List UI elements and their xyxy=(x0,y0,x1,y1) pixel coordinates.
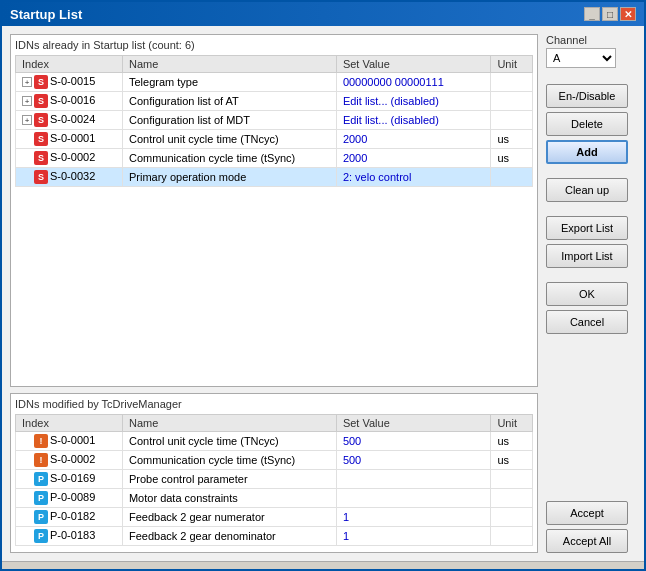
name-cell: Feedback 2 gear numerator xyxy=(122,508,336,527)
window-title: Startup List xyxy=(10,7,82,22)
lower-col-name: Name xyxy=(122,415,336,432)
lower-table: Index Name Set Value Unit !S-0-0001Contr… xyxy=(15,414,533,546)
import-list-button[interactable]: Import List xyxy=(546,244,628,268)
unit-cell xyxy=(491,73,533,92)
lower-col-unit: Unit xyxy=(491,415,533,432)
name-cell: Configuration list of MDT xyxy=(122,111,336,130)
idn-icon: P xyxy=(34,510,48,524)
unit-cell: us xyxy=(491,149,533,168)
index-cell: SS-0-0002 xyxy=(16,149,123,168)
export-list-button[interactable]: Export List xyxy=(546,216,628,240)
table-row[interactable]: PP-0-0182Feedback 2 gear numerator1 xyxy=(16,508,533,527)
main-area: IDNs already in Startup list (count: 6) … xyxy=(10,34,538,553)
upper-col-index: Index xyxy=(16,56,123,73)
index-cell: +SS-0-0015 xyxy=(16,73,123,92)
lower-section-label: IDNs modified by TcDriveManager xyxy=(15,398,533,410)
set-value-cell: 2000 xyxy=(336,149,491,168)
main-content: IDNs already in Startup list (count: 6) … xyxy=(2,26,644,561)
s-icon: S xyxy=(34,75,48,89)
name-cell: Probe control parameter xyxy=(122,470,336,489)
upper-table: Index Name Set Value Unit +SS-0-0015Tele… xyxy=(15,55,533,187)
unit-cell xyxy=(491,168,533,187)
minimize-button[interactable]: _ xyxy=(584,7,600,21)
index-cell: SS-0-0032 xyxy=(16,168,123,187)
unit-cell: us xyxy=(491,451,533,470)
table-row[interactable]: SS-0-0002Communication cycle time (tSync… xyxy=(16,149,533,168)
table-row[interactable]: SS-0-0032Primary operation mode2: velo c… xyxy=(16,168,533,187)
add-button[interactable]: Add xyxy=(546,140,628,164)
title-bar: Startup List _ □ ✕ xyxy=(2,2,644,26)
title-bar-buttons: _ □ ✕ xyxy=(584,7,636,21)
set-value-cell: 2: velo control xyxy=(336,168,491,187)
unit-cell xyxy=(491,111,533,130)
lower-col-index: Index xyxy=(16,415,123,432)
accept-button[interactable]: Accept xyxy=(546,501,628,525)
expand-icon[interactable]: + xyxy=(22,77,32,87)
channel-label: Channel xyxy=(546,34,636,46)
set-value-cell xyxy=(336,470,491,489)
table-row[interactable]: !S-0-0002Communication cycle time (tSync… xyxy=(16,451,533,470)
set-value-cell: 1 xyxy=(336,527,491,546)
index-cell: SS-0-0001 xyxy=(16,130,123,149)
set-value-cell: 00000000 00000111 xyxy=(336,73,491,92)
index-cell: PP-0-0089 xyxy=(16,489,123,508)
index-cell: +SS-0-0016 xyxy=(16,92,123,111)
table-row[interactable]: !S-0-0001Control unit cycle time (TNcyc)… xyxy=(16,432,533,451)
maximize-button[interactable]: □ xyxy=(602,7,618,21)
expand-icon[interactable]: + xyxy=(22,115,32,125)
index-cell: !S-0-0001 xyxy=(16,432,123,451)
upper-col-unit: Unit xyxy=(491,56,533,73)
status-bar xyxy=(2,561,644,569)
upper-section: IDNs already in Startup list (count: 6) … xyxy=(10,34,538,387)
unit-cell xyxy=(491,92,533,111)
table-row[interactable]: +SS-0-0024Configuration list of MDTEdit … xyxy=(16,111,533,130)
set-value-cell xyxy=(336,489,491,508)
unit-cell: us xyxy=(491,432,533,451)
close-button[interactable]: ✕ xyxy=(620,7,636,21)
table-row[interactable]: PP-0-0089Motor data constraints xyxy=(16,489,533,508)
accept-all-button[interactable]: Accept All xyxy=(546,529,628,553)
idn-icon: ! xyxy=(34,453,48,467)
expand-icon[interactable]: + xyxy=(22,96,32,106)
channel-select[interactable]: A B C xyxy=(546,48,616,68)
sidebar: Channel A B C En-/Disable Delete Add Cle… xyxy=(546,34,636,553)
s-icon: S xyxy=(34,113,48,127)
name-cell: Motor data constraints xyxy=(122,489,336,508)
name-cell: Feedback 2 gear denominator xyxy=(122,527,336,546)
upper-section-label: IDNs already in Startup list (count: 6) xyxy=(15,39,533,51)
name-cell: Telegram type xyxy=(122,73,336,92)
s-icon: S xyxy=(34,170,48,184)
lower-col-setvalue: Set Value xyxy=(336,415,491,432)
index-cell: PP-0-0183 xyxy=(16,527,123,546)
set-value-cell: Edit list... (disabled) xyxy=(336,92,491,111)
table-row[interactable]: SS-0-0001Control unit cycle time (TNcyc)… xyxy=(16,130,533,149)
clean-up-button[interactable]: Clean up xyxy=(546,178,628,202)
s-icon: S xyxy=(34,151,48,165)
table-row[interactable]: PS-0-0169Probe control parameter xyxy=(16,470,533,489)
ok-button[interactable]: OK xyxy=(546,282,628,306)
upper-col-setvalue: Set Value xyxy=(336,56,491,73)
table-row[interactable]: +SS-0-0015Telegram type00000000 00000111 xyxy=(16,73,533,92)
table-row[interactable]: PP-0-0183Feedback 2 gear denominator1 xyxy=(16,527,533,546)
s-icon: S xyxy=(34,94,48,108)
set-value-cell: 1 xyxy=(336,508,491,527)
name-cell: Control unit cycle time (TNcyc) xyxy=(122,130,336,149)
set-value-cell: 500 xyxy=(336,451,491,470)
upper-col-name: Name xyxy=(122,56,336,73)
index-cell: !S-0-0002 xyxy=(16,451,123,470)
set-value-cell: Edit list... (disabled) xyxy=(336,111,491,130)
table-row[interactable]: +SS-0-0016Configuration list of ATEdit l… xyxy=(16,92,533,111)
name-cell: Communication cycle time (tSync) xyxy=(122,451,336,470)
unit-cell xyxy=(491,470,533,489)
startup-list-window: Startup List _ □ ✕ IDNs already in Start… xyxy=(0,0,646,571)
name-cell: Control unit cycle time (TNcyc) xyxy=(122,432,336,451)
unit-cell xyxy=(491,489,533,508)
index-cell: PP-0-0182 xyxy=(16,508,123,527)
cancel-button[interactable]: Cancel xyxy=(546,310,628,334)
delete-button[interactable]: Delete xyxy=(546,112,628,136)
index-cell: +SS-0-0024 xyxy=(16,111,123,130)
s-icon: S xyxy=(34,132,48,146)
en-disable-button[interactable]: En-/Disable xyxy=(546,84,628,108)
name-cell: Configuration list of AT xyxy=(122,92,336,111)
idn-icon: P xyxy=(34,491,48,505)
